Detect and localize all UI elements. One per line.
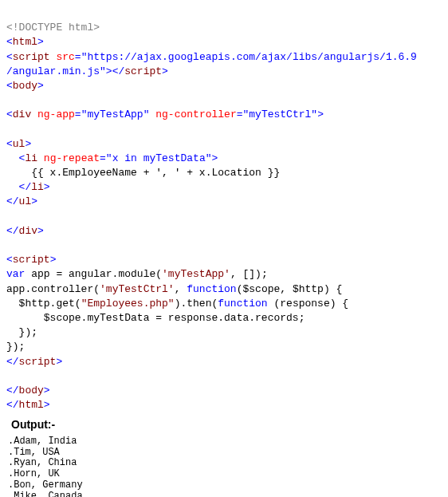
output-item: .Horn, UK xyxy=(8,469,442,480)
doctype-line: <!DOCTYPE html> xyxy=(6,22,100,34)
output-list: .Adam, India .Tim, USA .Ryan, China .Hor… xyxy=(8,436,442,497)
output-header: Output:- xyxy=(11,417,442,433)
output-item: .Adam, India xyxy=(8,436,442,448)
output-item: .Tim, USA xyxy=(8,448,442,459)
output-item: .Mike, Canada xyxy=(8,491,442,497)
output-item: .Ryan, China xyxy=(8,458,442,469)
output-item: .Bon, Germany xyxy=(8,480,442,491)
code-block: <!DOCTYPE html> <html> <script src="http… xyxy=(6,6,442,412)
